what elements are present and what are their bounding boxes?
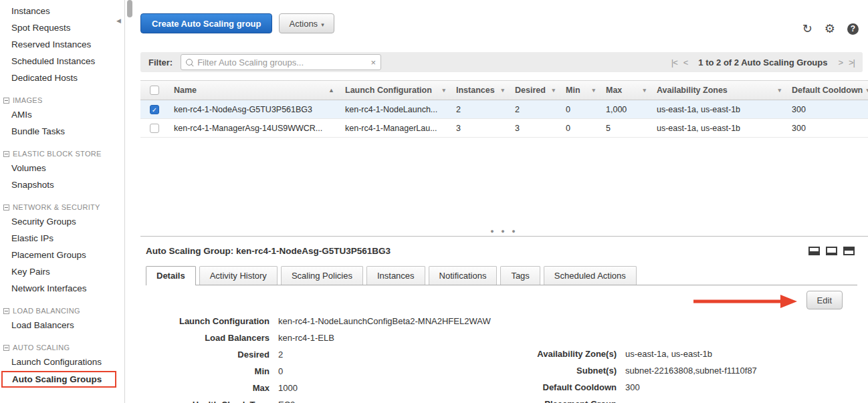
section-header-label: LOAD BALANCING [13, 307, 80, 315]
column-menu-icon[interactable]: ▾ [442, 87, 445, 94]
filter-input[interactable] [197, 57, 366, 68]
sidebar-item-bundle-tasks[interactable]: Bundle Tasks [0, 123, 124, 140]
search-icon [186, 59, 193, 65]
row-checkbox-cell [140, 119, 169, 137]
column-header-max[interactable]: Max▾ [601, 81, 651, 100]
next-page-icon[interactable]: > [838, 57, 843, 68]
detail-field-launch-configuration: Launch Configurationken-rc4-1-NodeLaunch… [146, 316, 490, 327]
sidebar-item-amis[interactable]: AMIs [0, 106, 124, 123]
sidebar-item-launch-configurations[interactable]: Launch Configurations [0, 354, 124, 370]
column-label: Instances [456, 86, 495, 95]
tab-instances[interactable]: Instances [366, 266, 425, 285]
pane-layout-bottom-icon[interactable] [808, 247, 820, 255]
field-value: ken-rc4-1-ELB [278, 333, 334, 344]
sidebar-item-instances[interactable]: Instances [0, 3, 124, 19]
column-menu-icon[interactable]: ▾ [778, 87, 781, 94]
section-header-label: IMAGES [13, 96, 43, 104]
tab-scaling-policies[interactable]: Scaling Policies [281, 266, 363, 285]
column-header-launch-configuration[interactable]: Launch Configuration▾ [340, 81, 451, 100]
sidebar-section-header-images[interactable]: IMAGES [3, 96, 124, 104]
pane-resize-handle[interactable]: ● ● ● [490, 228, 518, 235]
settings-gear-icon[interactable]: ⚙ [825, 23, 835, 35]
utility-icons: ↻ ⚙ ? [802, 23, 859, 35]
details-title: Auto Scaling Group: ken-rc4-1-NodeAsg-G5… [146, 246, 391, 256]
sidebar-item-snapshots[interactable]: Snapshots [0, 176, 124, 193]
column-header-instances[interactable]: Instances▾ [451, 81, 510, 100]
select-all-cell [140, 81, 169, 100]
create-auto-scaling-group-button[interactable]: Create Auto Scaling group [140, 13, 272, 33]
cell-availability-zones: us-east-1a, us-east-1b [651, 100, 786, 118]
column-header-default-cooldown[interactable]: Default Cooldown▾ [786, 81, 868, 100]
column-menu-icon[interactable]: ▾ [592, 87, 595, 94]
column-menu-icon[interactable]: ▾ [501, 87, 504, 94]
pagination: |< < 1 to 2 of 2 Auto Scaling Groups > >… [671, 57, 855, 68]
detail-field-min: Min0 [146, 366, 490, 377]
sidebar-section-header-auto-scaling[interactable]: AUTO SCALING [3, 344, 124, 352]
table-row-ken-rc4-1-nodeasg-g5tu3p561bg3[interactable]: ✓ken-rc4-1-NodeAsg-G5TU3P561BG3ken-rc4-1… [140, 100, 868, 119]
sidebar-item-placement-groups[interactable]: Placement Groups [0, 247, 124, 263]
sidebar-item-elastic-ips[interactable]: Elastic IPs [0, 230, 124, 247]
field-label: Subnet(s) [490, 366, 617, 376]
first-page-icon[interactable]: |< [671, 57, 677, 68]
column-header-min[interactable]: Min▾ [560, 81, 601, 100]
cell-desired: 2 [510, 100, 560, 118]
sidebar-item-security-groups[interactable]: Security Groups [0, 213, 124, 230]
select-all-checkbox[interactable] [150, 86, 159, 95]
cell-default-cooldown: 300 [786, 119, 868, 137]
cell-launch-configuration: ken-rc4-1-NodeLaunch... [340, 100, 451, 118]
sidebar-item-load-balancers[interactable]: Load Balancers [0, 317, 124, 333]
column-label: Max [606, 86, 622, 95]
table-row-ken-rc4-1-managerasg-14us9wwcr[interactable]: ken-rc4-1-ManagerAsg-14US9WWCR...ken-rc4… [140, 119, 868, 138]
column-menu-icon[interactable]: ▾ [552, 87, 555, 94]
column-header-desired[interactable]: Desired▾ [510, 81, 560, 100]
sidebar-item-spot-requests[interactable]: Spot Requests [0, 19, 124, 36]
table-empty-space [140, 138, 868, 236]
help-icon[interactable]: ? [847, 23, 859, 35]
column-header-availability-zones[interactable]: Availability Zones▾ [651, 81, 786, 100]
row-checkbox-checked-icon[interactable]: ✓ [150, 105, 159, 114]
sidebar-section-header-load-balancing[interactable]: LOAD BALANCING [3, 307, 124, 315]
pane-layout-full-icon[interactable] [843, 247, 855, 255]
tab-scheduled-actions[interactable]: Scheduled Actions [544, 266, 637, 285]
sidebar-item-reserved-instances[interactable]: Reserved Instances [0, 36, 124, 53]
sidebar-item-dedicated-hosts[interactable]: Dedicated Hosts [0, 70, 124, 86]
cell-default-cooldown: 300 [786, 100, 868, 118]
details-fields-left: Launch Configurationken-rc4-1-NodeLaunch… [146, 316, 490, 403]
field-value: EC2 [278, 400, 295, 403]
pagination-text: 1 to 2 of 2 Auto Scaling Groups [698, 57, 827, 68]
last-page-icon[interactable]: >| [849, 57, 855, 68]
sidebar-item-key-pairs[interactable]: Key Pairs [0, 263, 124, 280]
row-checkbox-icon[interactable] [150, 124, 159, 133]
toolbar: Create Auto Scaling group Actions▾ [140, 13, 868, 33]
field-label: Default Cooldown [490, 382, 617, 393]
field-value: ken-rc4-1-NodeLaunchConfigBeta2-MNA2HFEL… [278, 316, 491, 327]
collapse-section-icon [3, 98, 9, 104]
column-header-name[interactable]: Name▲ [169, 81, 340, 100]
tab-activity-history[interactable]: Activity History [199, 266, 278, 285]
sidebar-item-volumes[interactable]: Volumes [0, 160, 124, 176]
sidebar-scrollbar-thumb[interactable] [127, 0, 132, 17]
edit-button[interactable]: Edit [806, 291, 843, 309]
sidebar-section-header-elastic-block-store[interactable]: ELASTIC BLOCK STORE [3, 150, 124, 158]
field-value: 300 [625, 382, 640, 393]
tab-notifications[interactable]: Notifications [429, 266, 498, 285]
prev-page-icon[interactable]: < [683, 57, 688, 68]
main-content: Create Auto Scaling group Actions▾ ↻ ⚙ ?… [134, 0, 868, 403]
sidebar-collapse-icon[interactable]: ◀ [116, 17, 121, 24]
sidebar-item-network-interfaces[interactable]: Network Interfaces [0, 280, 124, 297]
refresh-icon[interactable]: ↻ [802, 23, 812, 35]
actions-button[interactable]: Actions▾ [279, 13, 334, 33]
pane-layout-split-icon[interactable] [826, 247, 837, 255]
detail-field-availability-zone-s: Availability Zone(s)us-east-1a, us-east-… [490, 349, 757, 360]
column-menu-icon[interactable]: ▾ [643, 87, 646, 94]
sidebar-item-auto-scaling-groups[interactable]: Auto Scaling Groups [1, 371, 116, 388]
cell-max: 1,000 [601, 100, 651, 118]
sidebar-nav: InstancesSpot RequestsReserved Instances… [0, 0, 124, 403]
tab-tags[interactable]: Tags [500, 266, 540, 285]
clear-filter-icon[interactable]: × [371, 57, 376, 68]
tab-details[interactable]: Details [146, 266, 196, 285]
sidebar-section-header-network-security[interactable]: NETWORK & SECURITY [3, 203, 124, 211]
collapse-section-icon [3, 345, 9, 351]
detail-field-subnet-s: Subnet(s)subnet-22163808,subnet-f1110f87 [490, 366, 757, 376]
sidebar-item-scheduled-instances[interactable]: Scheduled Instances [0, 53, 124, 70]
